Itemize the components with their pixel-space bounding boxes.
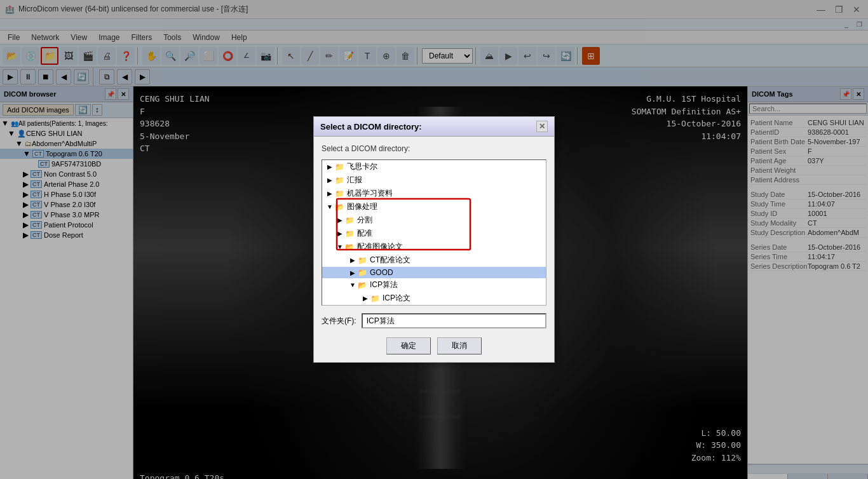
dtree-ct-papers[interactable]: ▶ 📁 CT配准论文 [322, 253, 546, 267]
dialog-filename-input[interactable] [362, 313, 546, 328]
dialog-body: Select a DICOM directory: ▶ 📁 飞思卡尔 ▶ 📁 汇… [314, 137, 554, 362]
dtree-icp[interactable]: ▼ 📂 ICP算法 [322, 278, 546, 292]
dialog-tree-area[interactable]: ▶ 📁 飞思卡尔 ▶ 📁 汇报 ▶ 📁 机器学习资料 [322, 159, 546, 306]
dtree-reg-papers[interactable]: ▼ 📂 配准图像论文 [322, 240, 546, 253]
dtree-icp-papers[interactable]: ▶ 📁 ICP论文 [322, 292, 546, 305]
dialog-filename-label: 文件夹(F): [322, 316, 356, 327]
dtree-good[interactable]: ▶ 📁 GOOD [322, 267, 546, 278]
dialog-title: Select a DICOM directory: [320, 122, 422, 132]
dialog-ok-button[interactable]: 确定 [386, 337, 431, 354]
dtree-huibao[interactable]: ▶ 📁 汇报 [322, 173, 546, 187]
dialog-title-bar: Select a DICOM directory: ✕ [314, 117, 554, 137]
dialog-buttons: 确定 取消 [322, 337, 546, 354]
select-dicom-dialog: Select a DICOM directory: ✕ Select a DIC… [313, 116, 555, 363]
dtree-segmentation[interactable]: ▶ 📁 分割 [322, 213, 546, 227]
dialog-filename-row: 文件夹(F): [322, 313, 546, 328]
dtree-ml[interactable]: ▶ 📁 机器学习资料 [322, 187, 546, 200]
dialog-cancel-button[interactable]: 取消 [437, 337, 482, 354]
dtree-registration[interactable]: ▶ 📁 配准 [322, 227, 546, 240]
dialog-overlay: Select a DICOM directory: ✕ Select a DIC… [0, 0, 868, 479]
dtree-feisika[interactable]: ▶ 📁 飞思卡尔 [322, 160, 546, 173]
dialog-close-button[interactable]: ✕ [536, 121, 548, 132]
dialog-subtitle: Select a DICOM directory: [322, 144, 546, 153]
dtree-imgproc[interactable]: ▼ 📂 图像处理 [322, 200, 546, 213]
